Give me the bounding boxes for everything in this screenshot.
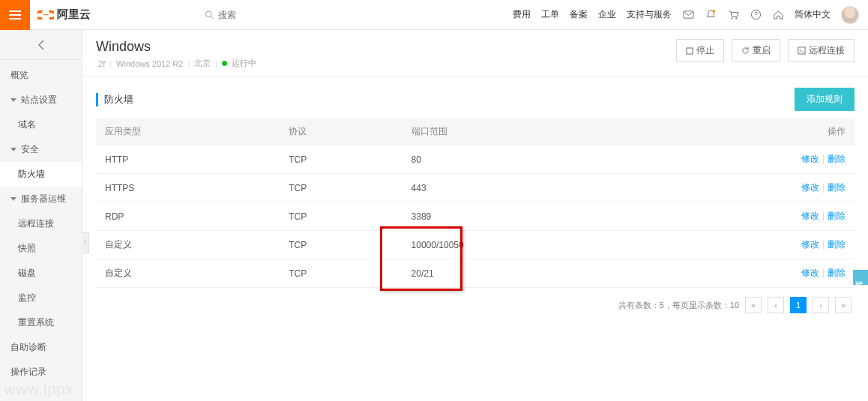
help-icon[interactable]: ? — [750, 9, 762, 21]
caret-down-icon — [10, 98, 16, 102]
svg-rect-8 — [687, 48, 693, 54]
feedback-tab[interactable]: 联系我们 — [853, 270, 868, 285]
cell-actions: 修改|删除 — [642, 259, 855, 288]
sidebar-item[interactable]: 监控 — [0, 286, 82, 310]
cell-type: HTTPS — [96, 174, 280, 202]
col-app-type: 应用类型 — [96, 118, 280, 145]
page-header: Windows .2f | Windows 2012 R2 | 北京 | 运行中… — [82, 30, 868, 77]
nav-link-beian[interactable]: 备案 — [570, 8, 588, 21]
delete-link[interactable]: 删除 — [828, 239, 846, 250]
sidebar-item-label: 磁盘 — [18, 267, 36, 280]
add-rule-button[interactable]: 添加规则 — [795, 88, 855, 111]
pagination: 共有条数：5，每页显示条数：10 « ‹ 1 › » — [96, 288, 855, 322]
edit-link[interactable]: 修改 — [801, 239, 819, 250]
search-box[interactable] — [205, 10, 400, 20]
page-subtitle: .2f | Windows 2012 R2 | 北京 | 运行中 — [96, 58, 256, 69]
cell-port: 3389 — [403, 202, 642, 231]
nav-link-ticket[interactable]: 工单 — [541, 8, 559, 21]
edit-link[interactable]: 修改 — [801, 211, 819, 221]
table-row: RDPTCP3389修改|删除 — [96, 202, 855, 231]
edit-link[interactable]: 修改 — [801, 182, 819, 193]
top-nav-right: 费用 工单 备案 企业 支持与服务 ? 简体中文 — [513, 6, 868, 24]
status-text: 运行中 — [232, 58, 256, 69]
pager-last-button[interactable]: » — [835, 297, 852, 313]
sidebar-item[interactable]: 服务器运维 — [0, 187, 82, 211]
os-label: Windows 2012 R2 — [116, 59, 183, 68]
instance-id: .2f — [96, 59, 105, 68]
sidebar-item-label: 服务器运维 — [21, 193, 66, 205]
sidebar-item[interactable]: 概览 — [0, 63, 82, 88]
sidebar-item-label: 快照 — [18, 242, 36, 255]
sidebar-item-label: 自助诊断 — [10, 341, 46, 354]
sidebar-item[interactable]: 自助诊断 — [0, 335, 82, 360]
sidebar-item[interactable]: 重置系统 — [0, 310, 82, 335]
logo[interactable]: 阿里云 — [37, 7, 91, 22]
edit-link[interactable]: 修改 — [801, 268, 819, 278]
sidebar-item-label: 概览 — [10, 69, 28, 82]
cell-proto: TCP — [280, 231, 402, 259]
table-row: 自定义TCP10000/10050修改|删除 — [96, 231, 855, 259]
sidebar-collapse-handle[interactable]: ⋮ — [82, 232, 89, 253]
panel-title: 防火墙 — [96, 93, 133, 106]
menu-toggle-button[interactable] — [0, 0, 30, 30]
logo-text: 阿里云 — [57, 7, 91, 22]
edit-link[interactable]: 修改 — [801, 154, 819, 164]
logo-icon — [37, 9, 54, 21]
pager-summary: 共有条数：5，每页显示条数：10 — [618, 300, 739, 311]
sidebar-item[interactable]: 磁盘 — [0, 261, 82, 286]
col-actions: 操作 — [642, 118, 855, 145]
table-row: 自定义TCP20/21修改|删除 — [96, 259, 855, 288]
cell-actions: 修改|删除 — [642, 202, 855, 231]
cell-proto: TCP — [280, 202, 402, 231]
firewall-table: 应用类型 协议 端口范围 操作 HTTPTCP80修改|删除HTTPSTCP44… — [96, 118, 855, 288]
delete-link[interactable]: 删除 — [828, 154, 846, 164]
sidebar: 概览站点设置域名安全防火墙服务器运维远程连接快照磁盘监控重置系统自助诊断操作记录… — [0, 30, 82, 401]
back-button[interactable] — [0, 30, 82, 60]
cell-type: 自定义 — [96, 259, 280, 288]
home-icon[interactable] — [772, 9, 784, 21]
pager-page-1[interactable]: 1 — [790, 297, 807, 313]
pager-next-button[interactable]: › — [813, 297, 829, 313]
delete-link[interactable]: 删除 — [828, 182, 846, 193]
restart-icon — [741, 46, 750, 55]
sidebar-item[interactable]: 远程连接 — [0, 211, 82, 236]
sidebar-item-label: 安全 — [21, 143, 39, 156]
svg-text:?: ? — [754, 10, 758, 18]
cell-proto: TCP — [280, 145, 402, 174]
search-input[interactable] — [218, 10, 400, 20]
sidebar-item-label: 监控 — [18, 292, 36, 304]
table-row: HTTPSTCP443修改|删除 — [96, 174, 855, 202]
sidebar-item[interactable]: 站点设置 — [0, 88, 82, 112]
stop-button[interactable]: 停止 — [676, 39, 724, 62]
message-icon[interactable] — [682, 9, 694, 21]
bell-icon[interactable] — [705, 9, 717, 21]
stop-icon — [686, 47, 693, 55]
pager-prev-button[interactable]: ‹ — [768, 297, 784, 313]
cart-icon[interactable] — [727, 9, 739, 21]
sidebar-item[interactable]: 防火墙 — [0, 162, 82, 187]
delete-link[interactable]: 删除 — [828, 268, 846, 278]
nav-link-support[interactable]: 支持与服务 — [627, 8, 672, 21]
sidebar-item[interactable]: 快照 — [0, 236, 82, 261]
main-content: Windows .2f | Windows 2012 R2 | 北京 | 运行中… — [82, 30, 868, 401]
nav-link-enterprise[interactable]: 企业 — [598, 8, 616, 21]
svg-point-3 — [712, 10, 715, 13]
caret-down-icon — [10, 148, 16, 151]
avatar[interactable] — [841, 6, 859, 24]
sidebar-item[interactable]: 安全 — [0, 137, 82, 162]
remote-connect-button[interactable]: 远程连接 — [788, 39, 855, 62]
nav-link-billing[interactable]: 费用 — [513, 8, 531, 21]
sidebar-item[interactable]: 域名 — [0, 112, 82, 137]
delete-link[interactable]: 删除 — [828, 211, 846, 221]
pager-first-button[interactable]: « — [745, 297, 762, 313]
svg-point-4 — [731, 17, 732, 19]
restart-button[interactable]: 重启 — [732, 39, 780, 62]
region-label: 北京 — [194, 58, 211, 69]
language-selector[interactable]: 简体中文 — [795, 8, 831, 21]
cell-port: 443 — [403, 174, 642, 202]
cell-type: HTTP — [96, 145, 280, 174]
cell-port: 20/21 — [403, 259, 642, 288]
cell-port: 80 — [403, 145, 642, 174]
sidebar-item[interactable]: 操作记录 — [0, 360, 82, 385]
top-nav: 阿里云 费用 工单 备案 企业 支持与服务 ? 简体中文 — [0, 0, 868, 30]
